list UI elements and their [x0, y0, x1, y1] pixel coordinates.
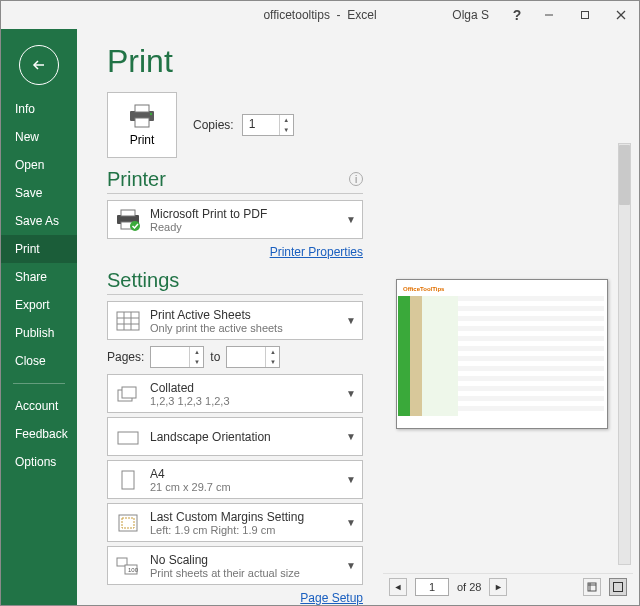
paper-line1: A4	[150, 467, 338, 481]
printer-section-heading: Printer i	[107, 168, 363, 194]
svg-rect-1	[582, 12, 589, 19]
sidebar-item-options[interactable]: Options	[1, 448, 77, 476]
preview-sheet-title: OfficeToolTips	[403, 286, 444, 292]
zoom-page-icon	[612, 581, 624, 593]
user-name[interactable]: Olga S	[452, 8, 489, 22]
sidebar-item-export[interactable]: Export	[1, 291, 77, 319]
scaling-line1: No Scaling	[150, 553, 338, 567]
preview-scrollbar[interactable]	[618, 143, 631, 565]
print-what-line1: Print Active Sheets	[150, 308, 338, 322]
minimize-button[interactable]	[531, 1, 567, 29]
copies-label: Copies:	[193, 118, 234, 132]
print-what-selector[interactable]: Print Active Sheets Only print the activ…	[107, 301, 363, 340]
pages-to-label: to	[210, 350, 220, 364]
close-button[interactable]	[603, 1, 639, 29]
title-bar: officetooltips - Excel Olga S ?	[1, 1, 639, 29]
sidebar-item-account[interactable]: Account	[1, 392, 77, 420]
print-backstage-main: Print Print Copies:	[77, 29, 639, 605]
maximize-icon	[580, 10, 590, 20]
help-button[interactable]: ?	[503, 1, 531, 29]
printer-selector[interactable]: Microsoft Print to PDF Ready ▼	[107, 200, 363, 239]
paper-size-selector[interactable]: A4 21 cm x 29.7 cm ▼	[107, 460, 363, 499]
backstage-sidebar: Info New Open Save Save As Print Share E…	[1, 29, 77, 605]
svg-rect-13	[117, 312, 139, 330]
pages-to-input[interactable]: ▲▼	[226, 346, 280, 368]
sidebar-item-info[interactable]: Info	[1, 95, 77, 123]
svg-rect-30	[614, 582, 623, 591]
close-icon	[616, 10, 626, 20]
copies-value: 1	[249, 117, 256, 131]
page-icon	[114, 466, 142, 494]
sidebar-item-publish[interactable]: Publish	[1, 319, 77, 347]
svg-rect-7	[135, 118, 149, 127]
preview-prev-page[interactable]: ◄	[389, 578, 407, 596]
sidebar-item-save[interactable]: Save	[1, 179, 77, 207]
sidebar-item-open[interactable]: Open	[1, 151, 77, 179]
svg-rect-19	[122, 387, 136, 398]
pages-from-down[interactable]: ▼	[190, 357, 203, 367]
print-what-line2: Only print the active sheets	[150, 322, 338, 334]
chevron-down-icon: ▼	[346, 214, 356, 225]
preview-surface[interactable]: OfficeToolTips	[385, 143, 619, 565]
pages-label: Pages:	[107, 350, 144, 364]
chevron-down-icon: ▼	[346, 388, 356, 399]
chevron-down-icon: ▼	[346, 517, 356, 528]
title-right: Olga S ?	[452, 1, 639, 29]
back-button[interactable]	[19, 45, 59, 85]
print-button-label: Print	[130, 133, 155, 147]
chevron-down-icon: ▼	[346, 474, 356, 485]
margins-toggle-icon	[586, 581, 598, 593]
margins-line2: Left: 1.9 cm Right: 1.9 cm	[150, 524, 338, 536]
printer-name: Microsoft Print to PDF	[150, 207, 338, 221]
copies-input[interactable]: 1 ▲▼	[242, 114, 294, 136]
pages-to-down[interactable]: ▼	[266, 357, 279, 367]
svg-rect-20	[118, 432, 138, 444]
page-setup-link[interactable]: Page Setup	[107, 591, 363, 605]
sidebar-item-new[interactable]: New	[1, 123, 77, 151]
sidebar-item-feedback[interactable]: Feedback	[1, 420, 77, 448]
print-settings-column: Print Print Copies:	[77, 29, 377, 605]
sheets-icon	[114, 307, 142, 335]
pages-to-up[interactable]: ▲	[266, 347, 279, 357]
chevron-down-icon: ▼	[346, 560, 356, 571]
show-margins-button[interactable]	[583, 578, 601, 596]
printer-properties-link[interactable]: Printer Properties	[107, 245, 363, 259]
copies-down[interactable]: ▼	[280, 125, 293, 135]
pages-from-input[interactable]: ▲▼	[150, 346, 204, 368]
sidebar-item-saveas[interactable]: Save As	[1, 207, 77, 235]
pages-from-up[interactable]: ▲	[190, 347, 203, 357]
svg-rect-27	[588, 583, 596, 591]
copies-up[interactable]: ▲	[280, 115, 293, 125]
orientation-line1: Landscape Orientation	[150, 430, 338, 444]
scaling-line2: Print sheets at their actual size	[150, 567, 338, 579]
margins-icon	[114, 509, 142, 537]
landscape-icon	[114, 423, 142, 451]
preview-page-input[interactable]: 1	[415, 578, 449, 596]
maximize-button[interactable]	[567, 1, 603, 29]
sidebar-item-close[interactable]: Close	[1, 347, 77, 375]
printer-status: Ready	[150, 221, 338, 233]
sidebar-item-share[interactable]: Share	[1, 263, 77, 291]
doc-name: officetooltips	[263, 8, 330, 22]
preview-scrollbar-thumb[interactable]	[619, 145, 630, 205]
paper-line2: 21 cm x 29.7 cm	[150, 481, 338, 493]
scaling-selector[interactable]: 100 No Scaling Print sheets at their act…	[107, 546, 363, 585]
printer-ready-icon	[114, 206, 142, 234]
app-window: officetooltips - Excel Olga S ? Info N	[0, 0, 640, 606]
minimize-icon	[544, 10, 554, 20]
settings-section-heading: Settings	[107, 269, 363, 295]
svg-text:100: 100	[128, 567, 139, 573]
arrow-left-icon	[30, 56, 48, 74]
printer-icon	[127, 103, 157, 129]
preview-next-page[interactable]: ►	[489, 578, 507, 596]
page-title: Print	[107, 43, 363, 80]
collated-icon	[114, 380, 142, 408]
svg-point-12	[130, 221, 140, 231]
zoom-to-page-button[interactable]	[609, 578, 627, 596]
margins-selector[interactable]: Last Custom Margins Setting Left: 1.9 cm…	[107, 503, 363, 542]
sidebar-item-print[interactable]: Print	[1, 235, 77, 263]
printer-info-icon[interactable]: i	[349, 172, 363, 186]
collation-selector[interactable]: Collated 1,2,3 1,2,3 1,2,3 ▼	[107, 374, 363, 413]
orientation-selector[interactable]: Landscape Orientation ▼	[107, 417, 363, 456]
print-button[interactable]: Print	[107, 92, 177, 158]
